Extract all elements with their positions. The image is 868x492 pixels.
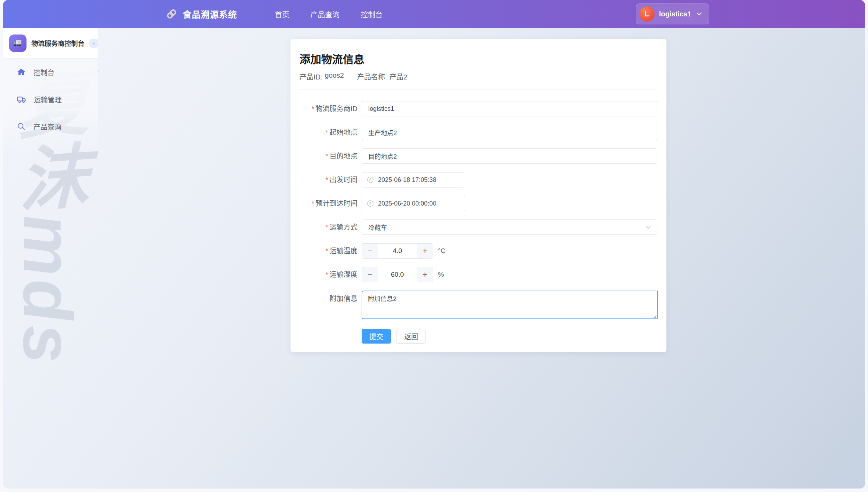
sidebar-item-label: 产品查询 xyxy=(33,122,61,132)
required-mark: * xyxy=(325,247,328,255)
page-title: 添加物流信息 xyxy=(300,51,657,66)
user-menu[interactable]: L logistics1 xyxy=(636,3,709,24)
provider-id-input[interactable] xyxy=(362,101,657,116)
field-label: *出发时间 xyxy=(300,172,362,187)
temperature-unit: °C xyxy=(438,247,445,255)
product-name-label: 产品名称: xyxy=(357,71,387,82)
sidebar-title: 物流服务商控制台 xyxy=(31,38,84,48)
required-mark: * xyxy=(325,271,328,278)
field-label: *运输温度 xyxy=(300,243,362,259)
sidebar-collapse-button[interactable]: ‹ xyxy=(89,39,98,48)
product-name-value: 产品2 xyxy=(390,71,407,82)
increase-button[interactable]: + xyxy=(417,244,433,258)
origin-input[interactable] xyxy=(362,125,657,140)
departure-time-picker[interactable]: 2025-06-18 17:05:38 xyxy=(362,172,465,187)
chevron-down-icon xyxy=(644,223,652,231)
chain-link-icon xyxy=(165,8,178,20)
departure-time-value: 2025-06-18 17:05:38 xyxy=(378,176,436,184)
required-mark: * xyxy=(325,223,328,231)
home-icon xyxy=(17,68,26,77)
divider xyxy=(300,90,657,90)
product-id-value: goos2 xyxy=(325,71,344,82)
sidebar-header: 物流服务商控制台 ‹ xyxy=(3,28,98,59)
username: logistics1 xyxy=(659,10,691,18)
sidebar-item-console[interactable]: 控制台 xyxy=(3,59,98,86)
avatar: L xyxy=(639,6,655,22)
field-label: *目的地点 xyxy=(300,148,362,164)
nav-links: 首页 产品查询 控制台 xyxy=(275,0,383,28)
humidity-stepper: − + xyxy=(362,267,433,282)
increase-button[interactable]: + xyxy=(417,267,433,282)
form-row-provider-id: *物流服务商ID xyxy=(300,101,657,116)
top-navbar: 食品溯源系统 首页 产品查询 控制台 L logistics1 xyxy=(3,0,865,28)
form-row-destination: *目的地点 xyxy=(300,148,657,164)
search-icon xyxy=(17,122,26,131)
app-title: 食品溯源系统 xyxy=(183,8,237,20)
arrival-time-picker[interactable]: 2025-06-20 00:00:00 xyxy=(362,196,465,211)
field-label: *运输湿度 xyxy=(300,267,362,282)
form-row-departure-time: *出发时间 2025-06-18 17:05:38 xyxy=(300,172,657,187)
sidebar-item-label: 运输管理 xyxy=(34,94,62,105)
form-row-humidity: *运输湿度 − + % xyxy=(300,267,657,282)
decrease-button[interactable]: − xyxy=(362,267,378,282)
nav-link-product-query[interactable]: 产品查询 xyxy=(310,9,340,19)
form-row-origin: *起始地点 xyxy=(300,125,657,140)
required-mark: * xyxy=(325,129,328,136)
destination-input[interactable] xyxy=(362,148,657,164)
sidebar-item-label: 控制台 xyxy=(33,67,54,77)
product-id-label: 产品ID: xyxy=(300,71,323,82)
sidebar-menu: 控制台 运输管理 xyxy=(3,59,98,154)
sidebar-item-transport[interactable]: 运输管理 xyxy=(3,86,98,113)
product-meta: 产品ID: goos2 产品名称: 产品2 xyxy=(300,71,657,82)
form-row-transport-mode: *运输方式 冷藏车 xyxy=(300,220,657,235)
field-label: *预计到达时间 xyxy=(300,196,362,211)
field-label: *起始地点 xyxy=(300,125,362,140)
required-mark: * xyxy=(311,200,314,207)
nav-link-console[interactable]: 控制台 xyxy=(361,9,383,19)
transport-mode-value: 冷藏车 xyxy=(368,223,387,232)
sidebar-item-product-query[interactable]: 产品查询 xyxy=(3,113,98,140)
form-row-temperature: *运输温度 − + °C xyxy=(300,243,657,259)
sidebar: 物流服务商控制台 ‹ 控制台 xyxy=(3,28,98,154)
arrival-time-value: 2025-06-20 00:00:00 xyxy=(378,200,436,207)
truck-app-icon xyxy=(9,34,27,52)
temperature-stepper: − + xyxy=(362,243,433,259)
truck-icon xyxy=(17,95,26,104)
app-shell: 夏沫mds 食品溯源系统 首页 产品查询 控制台 xyxy=(3,0,865,489)
back-button[interactable]: 返回 xyxy=(397,329,426,344)
logistics-form: *物流服务商ID *起始地点 *目的地点 *出发时间 xyxy=(300,101,657,344)
add-logistics-card: 添加物流信息 产品ID: goos2 产品名称: 产品2 *物流服务商ID xyxy=(290,39,666,352)
field-label: *物流服务商ID xyxy=(300,101,362,116)
field-label: 附加信息 xyxy=(300,291,362,303)
required-mark: * xyxy=(325,152,328,160)
chevron-down-icon xyxy=(696,10,703,17)
brand: 食品溯源系统 xyxy=(165,0,237,28)
form-row-extra-info: 附加信息 附加信息2 xyxy=(300,291,657,321)
app: 夏沫mds 食品溯源系统 首页 产品查询 控制台 xyxy=(0,0,868,492)
transport-mode-select[interactable]: 冷藏车 xyxy=(362,220,657,235)
decrease-button[interactable]: − xyxy=(362,244,378,258)
clock-icon xyxy=(367,176,374,184)
temperature-input[interactable] xyxy=(378,244,417,258)
extra-info-textarea[interactable]: 附加信息2 xyxy=(362,291,658,319)
required-mark: * xyxy=(325,176,328,184)
nav-link-home[interactable]: 首页 xyxy=(275,9,289,19)
submit-button[interactable]: 提交 xyxy=(362,329,391,344)
humidity-unit: % xyxy=(438,271,444,278)
form-row-arrival-time: *预计到达时间 2025-06-20 00:00:00 xyxy=(300,196,657,211)
field-label: *运输方式 xyxy=(300,220,362,235)
form-actions: 提交 返回 xyxy=(362,329,657,344)
required-mark: * xyxy=(311,105,314,113)
clock-icon xyxy=(367,200,374,207)
humidity-input[interactable] xyxy=(378,267,417,282)
